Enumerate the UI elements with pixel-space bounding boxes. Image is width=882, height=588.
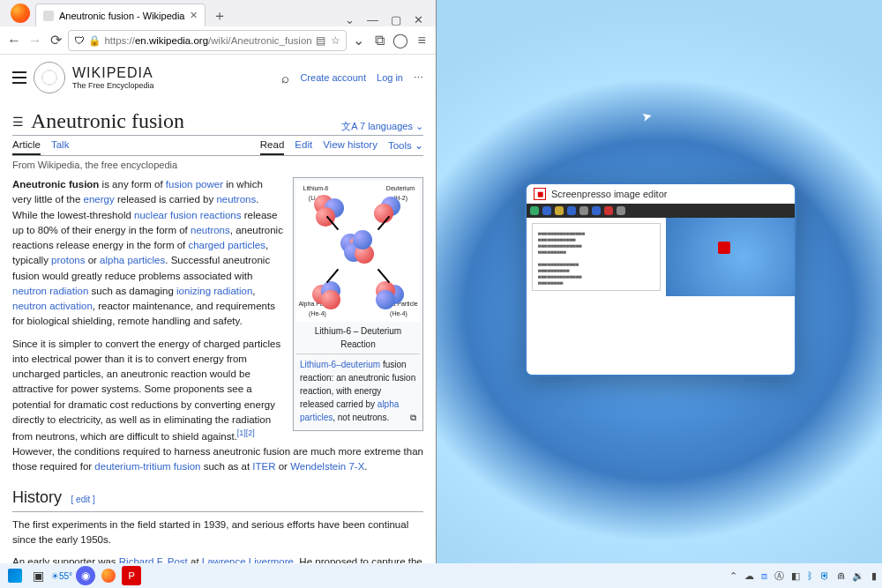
- bluetooth-icon[interactable]: ᛒ: [807, 570, 813, 581]
- tab-strip: Aneutronic fusion - Wikipedia ✕ ＋ ⌄ — ▢ …: [0, 0, 436, 26]
- history-p2: An early supporter was Richard F. Post a…: [12, 555, 423, 563]
- article-body: Lithium-6 (Li-6) Deuterium (H-2) Alpha P…: [12, 177, 423, 563]
- infobox-caption: Lithium-6 – Deuterium Reaction: [296, 322, 420, 354]
- wifi-icon[interactable]: ⋒: [837, 570, 845, 582]
- back-button[interactable]: ←: [5, 30, 23, 51]
- contents-toggle-icon[interactable]: ☰: [12, 115, 24, 129]
- infobox: Lithium-6 (Li-6) Deuterium (H-2) Alpha P…: [293, 177, 423, 431]
- volume-icon[interactable]: 🔉: [852, 570, 864, 582]
- start-button[interactable]: [5, 566, 25, 585]
- account-icon[interactable]: ◯: [392, 30, 409, 51]
- pocket-icon[interactable]: ⌄: [350, 30, 368, 51]
- new-tab-button[interactable]: ＋: [209, 5, 230, 26]
- window-minimize-icon[interactable]: —: [367, 13, 378, 26]
- tray-app-icon[interactable]: ◧: [791, 570, 800, 582]
- tab-talk[interactable]: Talk: [51, 139, 69, 155]
- security-icon[interactable]: ⛨: [820, 570, 830, 581]
- preview-title-text: Screenpresso image editor: [551, 189, 667, 199]
- tab-close-icon[interactable]: ✕: [190, 10, 198, 21]
- page-content: WIKIPEDIA The Free Encyclopedia ⌕ Create…: [0, 55, 436, 563]
- wp-menu-icon[interactable]: [12, 71, 26, 84]
- dropbox-icon[interactable]: ⧈: [761, 570, 767, 582]
- url-text: https://en.wikipedia.org/wiki/Aneutronic…: [104, 35, 311, 46]
- create-account-link[interactable]: Create account: [300, 72, 366, 83]
- article-title: Aneutronic fusion: [31, 109, 184, 133]
- language-selector[interactable]: 文A 7 languages ⌄: [341, 120, 423, 133]
- reader-mode-icon[interactable]: ▤: [316, 34, 325, 47]
- pdf-icon: [718, 242, 730, 254]
- section-history-heading: History [ edit ]: [12, 486, 423, 512]
- infobox-image[interactable]: Lithium-6 (Li-6) Deuterium (H-2) Alpha P…: [296, 181, 420, 322]
- firefox-logo-icon: [11, 4, 30, 23]
- wp-more-icon[interactable]: ⋯: [414, 72, 423, 84]
- infobox-expand-icon[interactable]: ⧉: [410, 411, 416, 424]
- window-maximize-icon[interactable]: ▢: [391, 13, 401, 26]
- infobox-description: Lithium-6–deuterium fusion reaction: an …: [296, 354, 420, 428]
- firefox-taskbar-icon[interactable]: [99, 566, 118, 585]
- tab-tools[interactable]: Tools ⌄: [388, 139, 423, 155]
- tab-title: Aneutronic fusion - Wikipedia: [59, 11, 184, 21]
- app-menu-icon[interactable]: ≡: [413, 30, 430, 51]
- wp-search-icon[interactable]: ⌕: [281, 71, 289, 86]
- reload-button[interactable]: ⟳: [48, 30, 65, 51]
- discord-icon[interactable]: ◉: [76, 566, 95, 585]
- screenpresso-icon: ◼: [534, 188, 546, 200]
- forward-button[interactable]: →: [26, 30, 44, 51]
- lock-icon[interactable]: 🔒: [88, 34, 101, 47]
- weather-widget[interactable]: ☀55°: [51, 566, 72, 585]
- tab-article[interactable]: Article: [12, 139, 41, 155]
- wikipedia-globe-icon[interactable]: [34, 62, 65, 93]
- tab-favicon: [43, 11, 54, 21]
- tab-edit[interactable]: Edit: [295, 139, 312, 155]
- preview-toolbar: [527, 204, 795, 218]
- tray-chevron-icon[interactable]: ⌃: [729, 570, 737, 582]
- tab-read[interactable]: Read: [260, 139, 285, 155]
- tab-view-history[interactable]: View history: [323, 139, 377, 155]
- screenpresso-taskbar-icon[interactable]: P: [122, 566, 141, 585]
- url-bar[interactable]: 🛡 🔒 https://en.wikipedia.org/wiki/Aneutr…: [68, 30, 346, 51]
- article-tabs: Article Talk Read Edit View history Tool…: [12, 139, 423, 156]
- shield-icon[interactable]: 🛡: [74, 35, 85, 46]
- window-preview-screenpresso[interactable]: ◼ Screenpresso image editor ▄▄▄▄▄▄▄▄▄▄▄▄…: [525, 182, 796, 376]
- battery-icon[interactable]: ▮: [871, 570, 877, 582]
- article-subtitle: From Wikipedia, the free encyclopedia: [12, 160, 423, 170]
- edit-section-link[interactable]: [ edit ]: [71, 495, 95, 504]
- preview-doc-thumb: ▄▄▄▄▄▄▄▄▄▄▄▄▄▄▄▄▄▄▄▄▄▄▄▄▄▄▄▄▄▄▄▄▄▄▄▄▄▄▄▄…: [532, 223, 661, 291]
- wikipedia-wordmark[interactable]: WIKIPEDIA The Free Encyclopedia: [72, 65, 154, 90]
- windows-taskbar[interactable]: ▣ ☀55° ◉ P ⌃ ☁ ⧈ Ⓐ ◧ ᛒ ⛨ ⋒ 🔉 ▮: [0, 563, 882, 588]
- log-in-link[interactable]: Log in: [377, 72, 403, 83]
- preview-titlebar: ◼ Screenpresso image editor: [527, 184, 795, 204]
- extensions-icon[interactable]: ⧉: [371, 30, 389, 51]
- wikipedia-header: WIKIPEDIA The Free Encyclopedia ⌕ Create…: [12, 62, 423, 99]
- firefox-window: Aneutronic fusion - Wikipedia ✕ ＋ ⌄ — ▢ …: [0, 0, 437, 563]
- tabs-dropdown-icon[interactable]: ⌄: [345, 13, 355, 26]
- task-view-icon[interactable]: ▣: [28, 566, 48, 585]
- browser-tab-active[interactable]: Aneutronic fusion - Wikipedia ✕: [35, 4, 206, 26]
- window-close-icon[interactable]: ✕: [414, 13, 423, 26]
- bookmark-star-icon[interactable]: ☆: [331, 34, 340, 47]
- toolbar: ← → ⟳ 🛡 🔒 https://en.wikipedia.org/wiki/…: [0, 26, 436, 55]
- tray-language-icon[interactable]: Ⓐ: [774, 569, 784, 583]
- preview-desktop-thumb: [666, 218, 795, 296]
- history-p1: The first experiments in the field start…: [12, 517, 423, 548]
- onedrive-icon[interactable]: ☁: [744, 570, 754, 582]
